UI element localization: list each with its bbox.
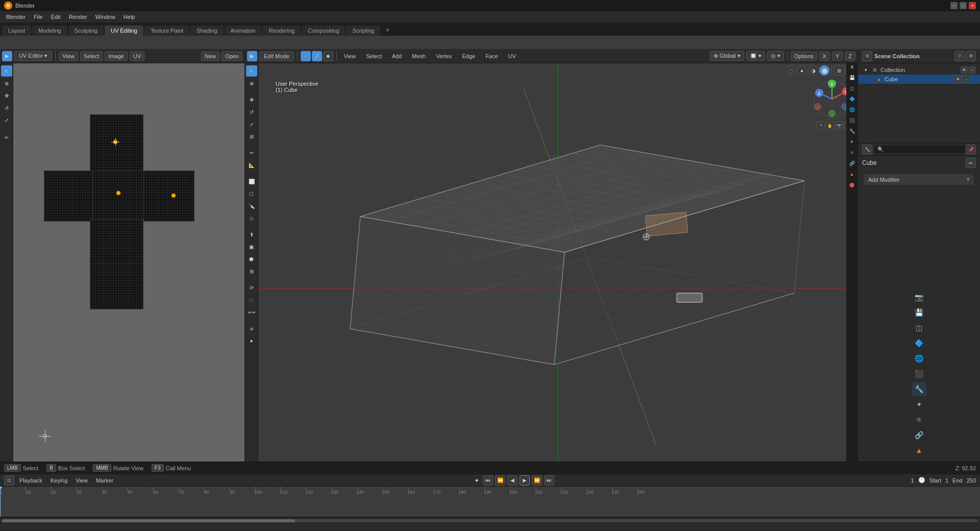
vp-knife-tool[interactable]: 🔪 — [246, 200, 257, 211]
menu-file[interactable]: File — [30, 13, 47, 21]
menu-edit[interactable]: Edit — [47, 13, 65, 21]
vp-cursor-tool[interactable]: ⊕ — [246, 78, 257, 89]
tab-animation[interactable]: Animation — [225, 26, 262, 36]
collection-folder[interactable]: ▾ ⊞ Collection 👁 ○ — [858, 65, 980, 75]
add-modifier-button[interactable]: Add Modifier ▾ — [864, 174, 974, 185]
uv-mode-dropdown[interactable]: UV Editor ▾ — [14, 51, 52, 61]
marker-menu[interactable]: Marker — [93, 476, 116, 485]
properties-search-bar[interactable]: 🔍 — [874, 146, 966, 153]
gizmo-zoom-btn[interactable]: ⌖ — [817, 122, 825, 130]
data-settings-icon[interactable]: ▲ — [912, 443, 926, 457]
close-button[interactable]: ✕ — [969, 2, 976, 9]
settings-icon[interactable]: ⚙ — [966, 51, 976, 61]
face-menu[interactable]: Face — [481, 52, 502, 60]
solid-shading-btn[interactable]: ● — [797, 65, 807, 76]
jump-to-end-btn[interactable]: ⏭ — [544, 475, 554, 486]
step-forward-btn[interactable]: ⏩ — [532, 475, 542, 486]
render-props-icon[interactable]: 📷 — [912, 290, 926, 304]
window-controls[interactable]: ─ □ ✕ — [950, 2, 976, 9]
gizmo-pan-btn[interactable]: ✋ — [826, 122, 834, 130]
particles-settings-icon[interactable]: ✦ — [912, 397, 926, 412]
timeline-scroll-track[interactable] — [2, 519, 978, 522]
minimize-button[interactable]: ─ — [950, 2, 958, 9]
vertex-menu[interactable]: Vertex — [432, 52, 456, 60]
cube-eye-icon[interactable]: 👁 — [954, 76, 962, 83]
options-btn[interactable]: Options — [791, 52, 817, 61]
cube-render-icon[interactable]: ○ — [963, 76, 970, 83]
viewport-canvas[interactable]: User Perspective (1) Cube X Y — [258, 63, 857, 473]
vp-shear-tool[interactable]: ⌀ — [246, 323, 257, 334]
vp-annotate-tool[interactable]: ✏ — [246, 147, 257, 158]
playback-menu[interactable]: Playback — [16, 476, 45, 485]
timeline-mode-btn[interactable]: ◫ — [4, 475, 14, 486]
tab-rendering[interactable]: Rendering — [262, 26, 301, 36]
vp-subdivide-tool[interactable]: ⊞ — [246, 266, 257, 277]
vp-smooth-tool[interactable]: ◌ — [246, 294, 257, 305]
world-settings-icon[interactable]: 🌐 — [912, 351, 926, 366]
uv-cursor-tool[interactable]: ⊕ — [1, 78, 12, 89]
vp-loop-tool[interactable]: ⬡ — [246, 188, 257, 199]
vp-box-tool[interactable]: ⬜ — [246, 176, 257, 187]
vp-inset-tool[interactable]: ▣ — [246, 241, 257, 252]
props-object-icon[interactable]: ⬛ — [847, 115, 857, 126]
wireframe-shading-btn[interactable]: ◌ — [786, 65, 796, 76]
props-scene-props-icon[interactable]: 🔷 — [847, 94, 857, 104]
vp-to-sphere-tool[interactable]: ● — [246, 335, 257, 346]
snap-btn[interactable]: 🔲 ▾ — [746, 51, 765, 61]
xyz-z-btn[interactable]: Z — [845, 52, 855, 61]
viewport-overlay-btn[interactable]: ⊞ — [834, 65, 844, 76]
uv-editor-mode-btn[interactable]: ▶ — [2, 51, 12, 61]
uv-annotate-tool[interactable]: ✏ — [1, 132, 12, 143]
uv-select-tool[interactable]: ↖ — [1, 65, 12, 77]
maximize-button[interactable]: □ — [960, 2, 967, 9]
uv-canvas[interactable] — [13, 63, 244, 473]
object-settings-icon[interactable]: ⬛ — [912, 367, 926, 381]
tab-scripting[interactable]: Scripting — [346, 26, 380, 36]
vp-bevel-tool[interactable]: ⬟ — [246, 253, 257, 264]
tab-compositing[interactable]: Compositing — [302, 26, 345, 36]
props-world-icon[interactable]: 🌐 — [847, 105, 857, 115]
vp-poly-tool[interactable]: ◇ — [246, 212, 257, 224]
cube-item[interactable]: ▲ Cube 👁 ○ — [858, 75, 980, 84]
edge-display-btn[interactable]: ╱ — [312, 51, 322, 61]
uv-select-menu[interactable]: Select — [80, 52, 103, 61]
view-menu[interactable]: View — [340, 52, 360, 60]
tab-shading[interactable]: Shading — [190, 26, 223, 36]
vp-edge-slide-tool[interactable]: ⟺ — [246, 306, 257, 318]
tab-texture-paint[interactable]: Texture Paint — [144, 26, 189, 36]
vp-extrude-tool[interactable]: ⬆ — [246, 229, 257, 240]
collection-eye-icon[interactable]: 👁 — [961, 66, 968, 74]
step-back-btn[interactable]: ⏪ — [495, 475, 505, 486]
uv-rotate-tool[interactable]: ↺ — [1, 102, 12, 113]
vp-scale-tool[interactable]: ⤢ — [246, 118, 257, 130]
object-name-edit-btn[interactable]: ✏ — [966, 158, 976, 168]
tab-sculpting[interactable]: Sculpting — [68, 26, 104, 36]
jump-to-start-btn[interactable]: ⏮ — [483, 475, 493, 486]
transform-orientation[interactable]: ⊕ Global ▾ — [710, 51, 744, 61]
vp-select-tool[interactable]: ↖ — [246, 65, 257, 77]
uv-image-menu[interactable]: Image — [105, 52, 128, 61]
uv-new-button[interactable]: New — [201, 52, 219, 61]
vp-move-tool[interactable]: ✥ — [246, 94, 257, 105]
uv-uv-menu[interactable]: UV — [130, 52, 144, 61]
uv-view-menu[interactable]: View — [59, 52, 78, 61]
play-btn[interactable]: ▶ — [520, 475, 530, 486]
props-output-icon[interactable]: 💾 — [847, 73, 857, 83]
tab-add-button[interactable]: + — [381, 23, 394, 36]
xyz-y-btn[interactable]: Y — [832, 52, 843, 61]
props-material-icon[interactable]: ⬤ — [847, 180, 857, 190]
props-view-layer-icon[interactable]: ◫ — [847, 83, 857, 93]
props-modifier-icon[interactable]: 🔧 — [847, 126, 857, 136]
vp-measure-tool[interactable]: 📐 — [246, 159, 257, 171]
modifier-settings-icon[interactable]: 🔧 — [912, 382, 926, 396]
props-particles-icon[interactable]: ✦ — [847, 137, 857, 147]
view-layer-props-icon[interactable]: ◫ — [912, 321, 926, 335]
props-physics-icon[interactable]: ⚛ — [847, 148, 857, 158]
scene-settings-icon[interactable]: 🔷 — [912, 336, 926, 350]
constraint-settings-icon[interactable]: 🔗 — [912, 428, 926, 442]
menu-blender[interactable]: Blender — [2, 13, 30, 21]
properties-pin-btn[interactable]: 📌 — [966, 144, 976, 155]
output-props-icon[interactable]: 💾 — [912, 305, 926, 320]
rendered-shading-btn[interactable]: ⬤ — [819, 65, 829, 76]
viewport-mode-btn[interactable]: ▶ — [247, 51, 257, 61]
